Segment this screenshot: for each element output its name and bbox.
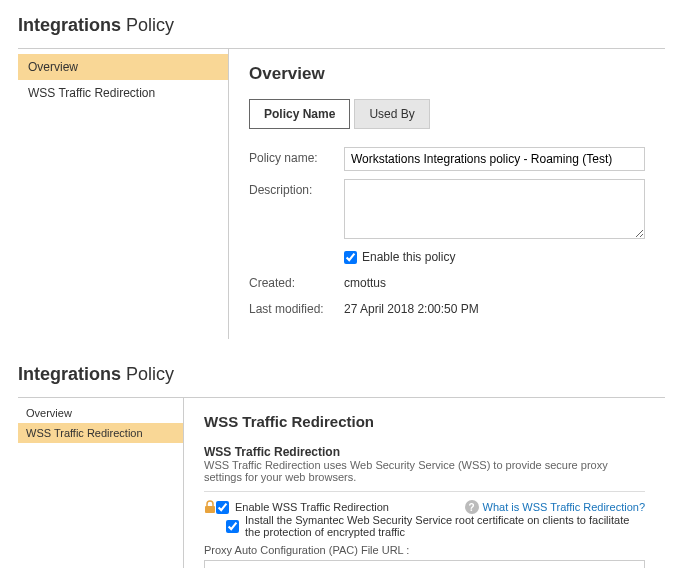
modified-value: 27 April 2018 2:00:50 PM <box>344 298 645 316</box>
integrations-policy-panel-wss: Integrations Policy Overview WSS Traffic… <box>0 349 683 568</box>
svg-rect-0 <box>205 506 215 513</box>
description-label: Description: <box>249 179 344 242</box>
modified-label: Last modified: <box>249 298 344 316</box>
pac-url-input[interactable] <box>204 560 645 568</box>
install-cert-label: Install the Symantec Web Security Servic… <box>245 514 645 538</box>
tab-policy-name[interactable]: Policy Name <box>249 99 350 129</box>
tab-used-by[interactable]: Used By <box>354 99 429 129</box>
tabs: Policy Name Used By <box>249 99 645 129</box>
page-title: Integrations Policy <box>18 15 665 36</box>
lock-icon <box>204 500 216 514</box>
sidebar-item-wss[interactable]: WSS Traffic Redirection <box>18 80 228 106</box>
content-heading: Overview <box>249 64 645 84</box>
enable-policy-label: Enable this policy <box>362 250 455 264</box>
enable-policy-checkbox[interactable] <box>344 251 357 264</box>
created-value: cmottus <box>344 272 645 290</box>
sidebar-item-overview[interactable]: Overview <box>18 403 183 423</box>
pac-url-label: Proxy Auto Configuration (PAC) File URL … <box>204 544 645 556</box>
content-heading: WSS Traffic Redirection <box>204 413 645 430</box>
sidebar: Overview WSS Traffic Redirection <box>18 398 183 568</box>
enable-wss-checkbox[interactable] <box>216 501 229 514</box>
description-input[interactable] <box>344 179 645 239</box>
enable-wss-label: Enable WSS Traffic Redirection <box>235 501 389 513</box>
install-cert-checkbox[interactable] <box>226 520 239 533</box>
content-overview: Overview Policy Name Used By Policy name… <box>228 49 665 339</box>
created-label: Created: <box>249 272 344 290</box>
content-wss: WSS Traffic Redirection WSS Traffic Redi… <box>183 398 665 568</box>
page-title: Integrations Policy <box>18 364 665 385</box>
wss-description: WSS Traffic Redirection uses Web Securit… <box>204 459 645 492</box>
policy-name-input[interactable] <box>344 147 645 171</box>
policy-name-label: Policy name: <box>249 147 344 171</box>
sidebar-item-overview[interactable]: Overview <box>18 54 228 80</box>
sidebar-item-wss[interactable]: WSS Traffic Redirection <box>18 423 183 443</box>
help-icon: ? <box>465 500 479 514</box>
integrations-policy-panel-overview: Integrations Policy Overview WSS Traffic… <box>0 0 683 349</box>
sidebar: Overview WSS Traffic Redirection <box>18 49 228 339</box>
help-link-wss[interactable]: ? What is WSS Traffic Redirection? <box>465 500 645 514</box>
wss-subtitle: WSS Traffic Redirection <box>204 445 645 459</box>
